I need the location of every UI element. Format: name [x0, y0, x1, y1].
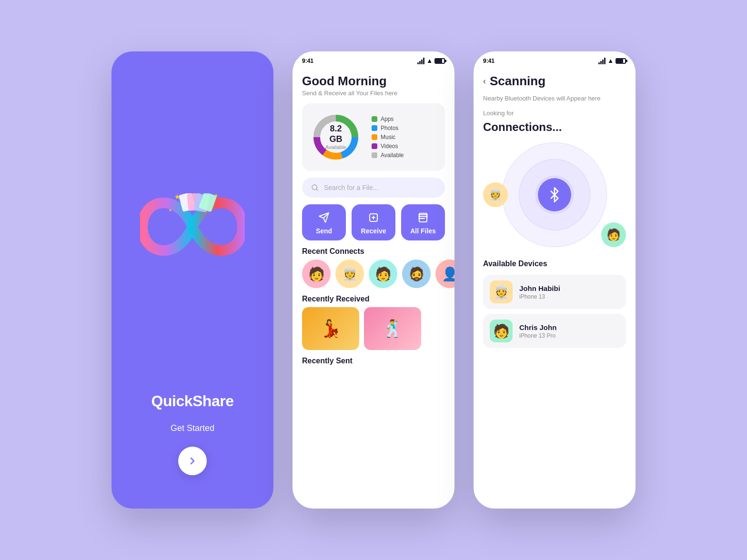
- scan-wifi-icon: ▲: [607, 57, 614, 64]
- connections-title: Connections...: [483, 120, 626, 134]
- recent-connects-title: Recent Connects: [302, 247, 445, 256]
- home-screen: 9:41 ▲ Good Morning Send & Receive all Y…: [293, 51, 454, 509]
- storage-legend: Apps Photos Music Videos Available: [372, 116, 404, 159]
- recent-connects-section: Recent Connects 🧑 👳 🧑 🧔 👤: [302, 247, 445, 288]
- send-icon: [317, 211, 331, 224]
- scan-battery-icon: [616, 58, 626, 64]
- all-files-button[interactable]: All Files: [401, 204, 445, 240]
- svg-text:★: ★: [169, 208, 172, 212]
- back-button[interactable]: ‹ Scanning: [483, 74, 626, 89]
- apps-dot: [372, 116, 377, 122]
- send-label: Send: [316, 227, 332, 235]
- nearby-text: Nearby Bluetooth Devices will Appear her…: [483, 94, 626, 103]
- device-avatar-2: 🧑: [490, 320, 513, 342]
- back-chevron-icon: ‹: [483, 76, 486, 86]
- looking-label: Looking for: [483, 110, 626, 117]
- music-label: Music: [381, 134, 395, 140]
- app-name-label: QuickShare: [151, 392, 234, 410]
- receive-icon: [367, 211, 380, 224]
- legend-apps: Apps: [372, 116, 404, 122]
- search-bar[interactable]: Search for a File...: [302, 178, 445, 198]
- apps-label: Apps: [381, 116, 394, 122]
- wifi-icon: ▲: [426, 57, 433, 64]
- scan-content: ‹ Scanning Nearby Bluetooth Devices will…: [474, 66, 636, 509]
- splash-hero: ★ ★ ★: [140, 80, 245, 392]
- status-icons: ▲: [417, 57, 445, 64]
- legend-photos: Photos: [372, 125, 404, 131]
- received-thumb-1[interactable]: 💃: [302, 307, 359, 350]
- available-label: Available: [381, 152, 404, 159]
- splash-cta-area: QuickShare Get Started: [151, 392, 234, 475]
- recent-avatar-2[interactable]: 👳: [335, 260, 364, 288]
- arrow-right-icon: [187, 455, 198, 467]
- recent-avatars: 🧑 👳 🧑 🧔 👤: [302, 260, 445, 288]
- scan-signal-icon: [598, 58, 606, 64]
- recent-avatar-1[interactable]: 🧑: [302, 260, 331, 288]
- action-buttons: Send Receive All Files: [302, 204, 445, 240]
- device-item-2[interactable]: 🧑 Chris John iPhone 13 Pro: [483, 314, 626, 348]
- bluetooth-icon: [547, 187, 562, 202]
- greeting-subtitle: Send & Receive all Your Files here: [302, 90, 445, 97]
- storage-amount: 8.2 GB: [323, 124, 349, 144]
- legend-available: Available: [372, 152, 404, 159]
- time-label: 9:41: [302, 58, 313, 64]
- all-files-label: All Files: [410, 227, 436, 235]
- device-model-1: iPhone 13: [519, 293, 560, 300]
- radar-user-2: 🧑: [601, 222, 626, 247]
- svg-text:★: ★: [214, 193, 218, 198]
- infinity-logo: ★ ★ ★: [140, 193, 245, 260]
- photos-label: Photos: [381, 125, 398, 131]
- scan-time-label: 9:41: [483, 58, 495, 64]
- received-thumbnails: 💃 🕺: [302, 307, 445, 350]
- signal-icon: [417, 58, 424, 64]
- storage-label: Available: [323, 144, 349, 150]
- receive-button[interactable]: Receive: [352, 204, 395, 240]
- donut-chart: 8.2 GB Available: [310, 111, 362, 163]
- device-avatar-1: 👳: [490, 280, 513, 303]
- radar-user-1: 👳: [483, 182, 508, 207]
- get-started-label: Get Started: [171, 423, 214, 433]
- send-button[interactable]: Send: [302, 204, 346, 240]
- device-info-2: Chris John iPhone 13 Pro: [519, 323, 556, 339]
- available-dot: [372, 152, 377, 158]
- receive-label: Receive: [361, 227, 386, 235]
- splash-screen: ★ ★ ★ QuickShare Get Started: [111, 51, 273, 509]
- received-thumb-2[interactable]: 🕺: [364, 307, 421, 350]
- scan-screen: 9:41 ▲ ‹ Scanning Nearby Bluetooth Devic…: [474, 51, 636, 509]
- donut-center: 8.2 GB Available: [323, 124, 349, 150]
- bluetooth-center: [538, 178, 571, 211]
- recently-received-title: Recently Received: [302, 295, 445, 303]
- videos-dot: [372, 143, 377, 149]
- scan-status-icons: ▲: [598, 57, 626, 64]
- all-files-icon: [416, 211, 430, 224]
- get-started-button[interactable]: [178, 447, 207, 475]
- storage-card: 8.2 GB Available Apps Photos Music: [302, 103, 445, 171]
- status-bar: 9:41 ▲: [293, 51, 454, 66]
- scanning-title: Scanning: [490, 74, 545, 89]
- legend-music: Music: [372, 134, 404, 140]
- device-list: 👳 John Habibi iPhone 13 🧑 Chris John iPh…: [483, 275, 626, 348]
- recent-avatar-4[interactable]: 🧔: [402, 260, 431, 288]
- home-content: Good Morning Send & Receive all Your Fil…: [293, 66, 454, 509]
- scan-status-bar: 9:41 ▲: [474, 51, 636, 66]
- available-devices-title: Available Devices: [483, 260, 626, 268]
- recent-avatar-3[interactable]: 🧑: [369, 260, 397, 288]
- search-placeholder: Search for a File...: [324, 184, 378, 191]
- legend-videos: Videos: [372, 143, 404, 150]
- videos-label: Videos: [381, 143, 398, 150]
- photos-dot: [372, 125, 377, 131]
- device-model-2: iPhone 13 Pro: [519, 332, 556, 339]
- recent-avatar-5[interactable]: 👤: [435, 260, 454, 288]
- device-name-2: Chris John: [519, 323, 556, 331]
- recently-sent-title: Recently Sent: [302, 357, 445, 365]
- recently-received-section: Recently Received 💃 🕺: [302, 295, 445, 350]
- greeting-title: Good Morning: [302, 74, 445, 89]
- battery-icon: [434, 58, 445, 64]
- radar-display: 👳 🧑: [488, 138, 621, 252]
- device-item-1[interactable]: 👳 John Habibi iPhone 13: [483, 275, 626, 309]
- device-info-1: John Habibi iPhone 13: [519, 284, 560, 300]
- search-icon: [311, 183, 319, 192]
- device-name-1: John Habibi: [519, 284, 560, 292]
- svg-text:★: ★: [174, 193, 181, 200]
- music-dot: [372, 134, 377, 140]
